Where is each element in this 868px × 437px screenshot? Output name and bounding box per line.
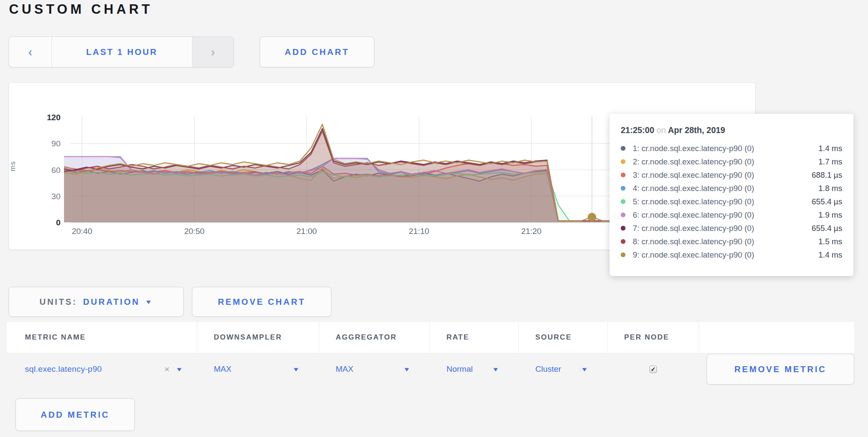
tooltip-series-label: 5: cr.node.sql.exec.latency-p90 (0) <box>633 197 754 206</box>
per-node-checkbox[interactable]: ✓ <box>649 366 657 373</box>
clear-metric-icon[interactable]: × <box>164 364 170 374</box>
x-tick-label: 21:00 <box>297 227 317 236</box>
header-rate: RATE <box>430 322 518 353</box>
y-tick-label: 0 <box>56 218 61 227</box>
tooltip-time: 21:25:00 <box>621 125 654 135</box>
tooltip-header: 21:25:00 on Apr 28th, 2019 <box>621 125 842 135</box>
tooltip-series-value: 688.1 µs <box>812 170 842 180</box>
rate-select[interactable]: Normal <box>446 364 473 374</box>
units-label: UNITS: <box>39 297 77 307</box>
header-downsampler: DOWNSAMPLER <box>197 322 319 353</box>
time-window-next-button[interactable]: › <box>192 37 234 67</box>
tooltip-series-label: 6: cr.node.sql.exec.latency-p90 (0) <box>633 210 754 220</box>
tooltip-series-label: 8: cr.node.sql.exec.latency-p90 (0) <box>633 237 754 246</box>
series-color-dot-icon <box>621 239 625 244</box>
metric-name-cell: sql.exec.latency-p90 × ▼ <box>7 353 197 385</box>
caret-down-icon[interactable]: ▼ <box>581 367 588 372</box>
source-cell: Cluster ▼ <box>519 353 607 385</box>
tooltip-series-label: 3: cr.node.sql.exec.latency-p90 (0) <box>633 170 754 180</box>
y-axis-unit-label: ms <box>9 161 17 171</box>
caret-down-icon: ▼ <box>145 299 154 305</box>
series-color-dot-icon <box>621 146 625 151</box>
series-area <box>64 124 614 222</box>
tooltip-date: Apr 28th, 2019 <box>668 125 725 135</box>
header-per-node: PER NODE <box>608 322 698 353</box>
header-aggregator: AGGREGATOR <box>319 322 429 353</box>
tooltip-row: 5: cr.node.sql.exec.latency-p90 (0)655.4… <box>621 195 842 208</box>
series-color-dot-icon <box>621 212 625 217</box>
rate-cell: Normal ▼ <box>430 353 518 385</box>
tooltip-row: 1: cr.node.sql.exec.latency-p90 (0)1.4 m… <box>621 142 842 155</box>
tooltip-series-label: 2: cr.node.sql.exec.latency-p90 (0) <box>633 157 754 167</box>
header-actions <box>699 322 854 353</box>
tooltip-row: 2: cr.node.sql.exec.latency-p90 (0)1.7 m… <box>621 155 842 168</box>
tooltip-series-value: 655.4 µs <box>812 197 842 206</box>
tooltip-series-value: 1.8 ms <box>818 184 842 193</box>
chart-hover-tooltip: 21:25:00 on Apr 28th, 2019 1: cr.node.sq… <box>610 114 853 276</box>
series-color-dot-icon <box>621 252 625 257</box>
series-color-dot-icon <box>621 199 625 204</box>
units-value: DURATION <box>83 297 140 307</box>
tooltip-row: 3: cr.node.sql.exec.latency-p90 (0)688.1… <box>621 168 842 182</box>
series-color-dot-icon <box>621 226 625 231</box>
caret-down-icon[interactable]: ▼ <box>492 367 499 372</box>
series-color-dot-icon <box>621 186 625 191</box>
tooltip-series-value: 655.4 µs <box>812 224 842 233</box>
chevron-left-icon: ‹ <box>28 46 33 58</box>
tooltip-series-value: 1.9 ms <box>818 210 842 220</box>
time-window-prev-button[interactable]: ‹ <box>9 37 52 67</box>
time-window-dropdown[interactable]: LAST 1 HOUR <box>52 37 192 67</box>
add-chart-button[interactable]: ADD CHART <box>260 36 374 67</box>
series-color-dot-icon <box>621 159 625 164</box>
tooltip-series-list: 1: cr.node.sql.exec.latency-p90 (0)1.4 m… <box>621 142 842 261</box>
per-node-cell: ✓ <box>608 353 698 385</box>
tooltip-series-label: 7: cr.node.sql.exec.latency-p90 (0) <box>633 224 754 233</box>
series-color-dot-icon <box>621 173 625 177</box>
tooltip-row: 7: cr.node.sql.exec.latency-p90 (0)655.4… <box>621 222 842 235</box>
downsampler-select[interactable]: MAX <box>214 364 231 374</box>
tooltip-series-value: 1.4 ms <box>818 250 842 260</box>
tooltip-series-label: 9: cr.node.sql.exec.latency-p90 (0) <box>633 250 754 260</box>
chevron-right-icon: › <box>211 46 215 58</box>
tooltip-series-value: 1.5 ms <box>818 237 842 246</box>
tooltip-row: 9: cr.node.sql.exec.latency-p90 (0)1.4 m… <box>621 248 842 261</box>
add-metric-button[interactable]: ADD METRIC <box>15 398 135 431</box>
caret-down-icon[interactable]: ▼ <box>176 367 183 372</box>
downsampler-cell: MAX ▼ <box>197 353 319 385</box>
source-select[interactable]: Cluster <box>535 364 561 374</box>
x-tick-label: 20:50 <box>184 227 205 236</box>
metrics-table-header: METRIC NAME DOWNSAMPLER AGGREGATOR RATE … <box>7 322 854 353</box>
tooltip-series-label: 1: cr.node.sql.exec.latency-p90 (0) <box>633 144 754 153</box>
metric-row: sql.exec.latency-p90 × ▼ MAX ▼ MAX ▼ Nor… <box>7 353 854 385</box>
units-dropdown[interactable]: UNITS: DURATION ▼ <box>9 287 184 317</box>
tooltip-series-value: 1.4 ms <box>818 144 842 153</box>
caret-down-icon[interactable]: ▼ <box>292 367 300 372</box>
time-window-selector: ‹ LAST 1 HOUR › <box>9 36 234 67</box>
y-tick-label: 90 <box>52 139 61 148</box>
tooltip-row: 8: cr.node.sql.exec.latency-p90 (0)1.5 m… <box>621 235 842 248</box>
x-tick-label: 21:10 <box>409 227 429 236</box>
header-metric-name: METRIC NAME <box>7 322 197 353</box>
remove-metric-button[interactable]: REMOVE METRIC <box>707 354 854 385</box>
tooltip-series-value: 1.7 ms <box>818 157 842 167</box>
checkmark-icon: ✓ <box>651 366 656 373</box>
page-title: CUSTOM CHART <box>9 2 153 17</box>
tooltip-series-label: 4: cr.node.sql.exec.latency-p90 (0) <box>633 184 754 193</box>
tooltip-row: 4: cr.node.sql.exec.latency-p90 (0)1.8 m… <box>621 182 842 195</box>
y-tick-label: 60 <box>52 166 61 175</box>
aggregator-cell: MAX ▼ <box>319 353 429 385</box>
tooltip-on-word: on <box>656 125 666 135</box>
actions-cell: REMOVE METRIC <box>699 353 854 385</box>
x-tick-label: 21:20 <box>521 227 542 236</box>
remove-chart-button[interactable]: REMOVE CHART <box>192 287 331 317</box>
metric-name-value[interactable]: sql.exec.latency-p90 <box>25 364 102 374</box>
y-tick-label: 30 <box>52 192 61 201</box>
tooltip-row: 6: cr.node.sql.exec.latency-p90 (0)1.9 m… <box>621 208 842 222</box>
hover-point <box>588 213 596 222</box>
x-tick-label: 20:40 <box>72 227 92 236</box>
metrics-table: METRIC NAME DOWNSAMPLER AGGREGATOR RATE … <box>7 322 854 385</box>
header-source: SOURCE <box>519 322 607 353</box>
y-tick-label: 120 <box>47 113 61 122</box>
caret-down-icon[interactable]: ▼ <box>403 367 410 372</box>
aggregator-select[interactable]: MAX <box>336 364 353 374</box>
